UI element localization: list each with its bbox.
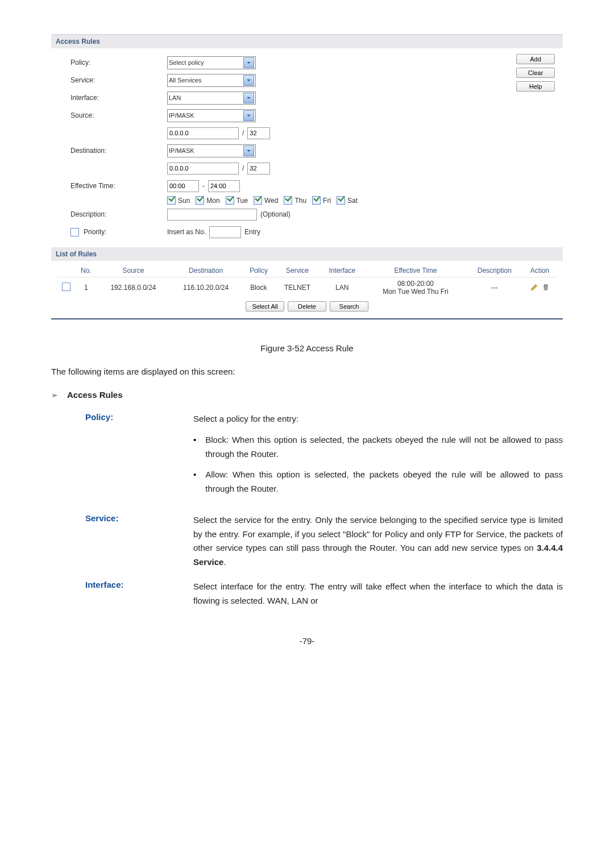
section-access-rules: Access Rules — [51, 35, 563, 48]
priority-checkbox[interactable] — [70, 228, 79, 236]
col-source: Source — [97, 264, 170, 277]
add-button[interactable]: Add — [516, 54, 555, 64]
chevron-down-icon — [243, 93, 254, 103]
day-fri-checkbox[interactable] — [312, 196, 321, 205]
col-service: Service — [275, 264, 320, 277]
interface-select-value: LAN — [169, 94, 181, 101]
col-destination: Destination — [169, 264, 242, 277]
time-to-input[interactable] — [208, 180, 240, 192]
cell-time1: 08:00-20:00 — [367, 280, 464, 288]
svg-rect-0 — [544, 284, 547, 285]
day-sun-checkbox[interactable] — [167, 196, 176, 205]
source-mask-input[interactable] — [247, 127, 270, 139]
day-tue-checkbox[interactable] — [226, 196, 234, 205]
section-list-of-rules: List of Rules — [51, 247, 563, 261]
col-interface: Interface — [320, 264, 364, 277]
col-description: Description — [467, 264, 523, 277]
cell-no: 1 — [75, 277, 97, 298]
term-policy: Policy: — [85, 412, 193, 503]
chevron-down-icon — [243, 57, 254, 68]
delete-button[interactable]: Delete — [288, 301, 326, 312]
edit-icon[interactable] — [530, 283, 538, 291]
day-label: Mon — [206, 197, 219, 205]
effective-time-label: Effective Time: — [70, 182, 167, 190]
dash-text: - — [202, 182, 205, 190]
term-interface: Interface: — [85, 580, 193, 608]
day-label: Wed — [264, 197, 278, 205]
col-no: No. — [75, 264, 97, 277]
cell-desc: --- — [467, 277, 523, 298]
chevron-right-icon: ➢ — [51, 391, 58, 400]
policy-bullet-block: Block: When this option is selected, the… — [205, 433, 563, 462]
day-label: Fri — [323, 197, 331, 205]
day-wed-checkbox[interactable] — [254, 196, 262, 205]
policy-select[interactable]: Select policy — [167, 56, 256, 69]
rules-table: No. Source Destination Policy Service In… — [57, 264, 557, 298]
policy-bullet-allow: Allow: When this option is selected, the… — [205, 468, 563, 496]
service-select-value: All Services — [169, 77, 201, 84]
page-number: -79- — [51, 636, 563, 646]
dest-ip-input[interactable] — [167, 163, 239, 175]
heading-access-rules: Access Rules — [67, 390, 123, 400]
priority-input[interactable] — [209, 226, 241, 238]
cell-time2: Mon Tue Wed Thu Fri — [367, 288, 464, 296]
source-mode-value: IP/MASK — [169, 112, 194, 119]
figure-caption: Figure 3-52 Access Rule — [51, 343, 563, 353]
cell-source: 192.168.0.0/24 — [97, 277, 170, 298]
interface-desc: Select interface for the entry. The entr… — [193, 580, 563, 608]
interface-select[interactable]: LAN — [167, 92, 256, 105]
col-policy: Policy — [242, 264, 275, 277]
intro-text: The following items are displayed on thi… — [51, 367, 563, 376]
source-label: Source: — [70, 111, 167, 119]
day-sat-checkbox[interactable] — [337, 196, 345, 205]
priority-prefix: Insert as No. — [167, 228, 206, 236]
priority-label: Priority: — [84, 228, 107, 236]
day-label: Sun — [178, 197, 190, 205]
service-select[interactable]: All Services — [167, 74, 256, 87]
destination-label: Destination: — [70, 147, 167, 155]
table-row: 1 192.168.0.0/24 116.10.20.0/24 Block TE… — [57, 277, 557, 298]
day-label: Tue — [237, 197, 248, 205]
cell-destination: 116.10.20.0/24 — [169, 277, 242, 298]
chevron-down-icon — [243, 75, 254, 86]
slash-text: / — [242, 129, 244, 137]
description-input[interactable] — [167, 209, 257, 221]
time-from-input[interactable] — [167, 180, 199, 192]
term-service: Service: — [85, 513, 193, 570]
day-mon-checkbox[interactable] — [196, 196, 204, 205]
col-action: Action — [522, 264, 557, 277]
interface-label: Interface: — [70, 94, 167, 102]
help-button[interactable]: Help — [516, 81, 555, 92]
service-label: Service: — [70, 76, 167, 84]
dest-mask-input[interactable] — [247, 163, 270, 175]
policy-lead: Select a policy for the entry: — [193, 412, 563, 426]
slash-text: / — [242, 164, 244, 172]
delete-icon[interactable] — [542, 283, 550, 291]
dest-mode-select[interactable]: IP/MASK — [167, 144, 256, 157]
priority-suffix: Entry — [244, 228, 260, 236]
day-thu-checkbox[interactable] — [284, 196, 292, 205]
chevron-down-icon — [243, 110, 254, 121]
optional-text: (Optional) — [260, 210, 291, 218]
description-label: Description: — [70, 210, 167, 218]
cell-service: TELNET — [275, 277, 320, 298]
source-ip-input[interactable] — [167, 127, 239, 139]
source-mode-select[interactable]: IP/MASK — [167, 109, 256, 122]
select-all-button[interactable]: Select All — [246, 301, 284, 312]
day-label: Thu — [294, 197, 306, 205]
clear-button[interactable]: Clear — [516, 68, 555, 78]
col-effective-time: Effective Time — [364, 264, 466, 277]
search-button[interactable]: Search — [330, 301, 368, 312]
chevron-down-icon — [243, 146, 254, 156]
policy-select-value: Select policy — [169, 59, 204, 66]
row-checkbox[interactable] — [62, 283, 70, 291]
policy-label: Policy: — [70, 59, 167, 67]
cell-policy: Block — [242, 277, 275, 298]
dest-mode-value: IP/MASK — [169, 147, 194, 154]
day-label: Sat — [347, 197, 358, 205]
cell-interface: LAN — [320, 277, 364, 298]
access-rule-screenshot: Access Rules Add Clear Help Policy: Sele… — [51, 34, 563, 319]
service-desc: Select the service for the entry. Only t… — [193, 513, 563, 570]
